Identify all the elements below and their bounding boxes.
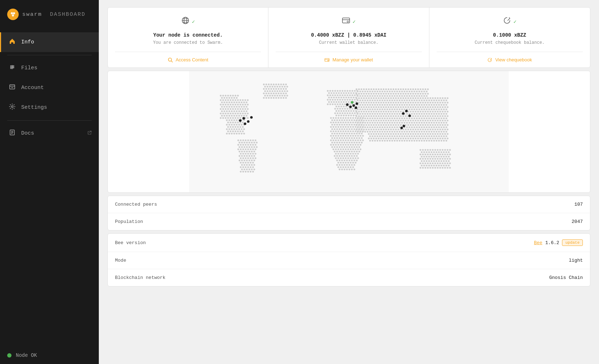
sidebar-item-docs[interactable]: Docs bbox=[0, 123, 99, 143]
svg-point-1391 bbox=[426, 104, 428, 106]
svg-point-1295 bbox=[416, 104, 418, 106]
svg-point-1108 bbox=[397, 115, 399, 117]
svg-point-1473 bbox=[436, 108, 437, 110]
svg-point-1357 bbox=[421, 135, 423, 137]
svg-point-170 bbox=[241, 115, 243, 117]
svg-point-886 bbox=[375, 102, 377, 104]
svg-point-1482 bbox=[437, 129, 439, 130]
svg-point-720 bbox=[356, 88, 358, 90]
bee-version-value: Bee 1.6.2 update bbox=[534, 239, 583, 246]
svg-point-34 bbox=[220, 117, 222, 119]
svg-point-1465 bbox=[433, 135, 435, 137]
sidebar-item-info[interactable]: Info bbox=[0, 32, 99, 52]
svg-point-126 bbox=[233, 128, 235, 130]
svg-point-621 bbox=[350, 162, 351, 164]
svg-point-221 bbox=[242, 148, 244, 150]
svg-point-364 bbox=[340, 106, 342, 107]
svg-point-871 bbox=[372, 122, 373, 124]
svg-point-1448 bbox=[434, 97, 436, 99]
svg-point-1731 bbox=[280, 93, 282, 94]
svg-point-791 bbox=[364, 90, 366, 92]
svg-point-1602 bbox=[429, 154, 431, 155]
svg-point-1262 bbox=[412, 137, 414, 139]
svg-point-662 bbox=[354, 146, 355, 148]
svg-point-31 bbox=[220, 104, 222, 106]
svg-point-428 bbox=[353, 115, 355, 116]
svg-point-570 bbox=[344, 155, 345, 157]
svg-point-1256 bbox=[412, 124, 414, 126]
svg-point-497 bbox=[336, 151, 338, 153]
svg-point-110 bbox=[231, 133, 233, 135]
svg-point-1166 bbox=[402, 137, 404, 139]
svg-point-1631 bbox=[437, 158, 439, 160]
svg-point-1382 bbox=[424, 137, 426, 139]
manage-wallet-button[interactable]: Manage your wallet bbox=[276, 52, 421, 67]
svg-point-1285 bbox=[414, 135, 415, 137]
svg-point-1584 bbox=[424, 154, 426, 155]
svg-point-1184 bbox=[405, 124, 407, 126]
sidebar-item-settings[interactable]: Settings bbox=[0, 98, 99, 117]
svg-point-1069 bbox=[391, 135, 393, 137]
svg-point-583 bbox=[347, 131, 349, 132]
svg-point-1054 bbox=[392, 102, 394, 104]
svg-point-1622 bbox=[434, 158, 436, 160]
svg-point-1759 bbox=[353, 104, 355, 107]
update-badge[interactable]: update bbox=[562, 239, 583, 246]
svg-point-1510 bbox=[442, 102, 443, 104]
svg-point-206 bbox=[240, 144, 241, 146]
svg-point-640 bbox=[351, 151, 353, 153]
svg-point-716 bbox=[362, 135, 364, 137]
access-content-button[interactable]: Access Content bbox=[115, 52, 261, 67]
svg-point-1440 bbox=[432, 124, 434, 126]
svg-point-335 bbox=[337, 94, 338, 96]
svg-point-1735 bbox=[281, 86, 283, 88]
svg-point-1200 bbox=[407, 106, 409, 108]
svg-point-240 bbox=[245, 157, 246, 159]
svg-point-1013 bbox=[386, 117, 388, 119]
svg-point-562 bbox=[344, 137, 345, 139]
svg-point-632 bbox=[351, 133, 353, 135]
bee-version-link[interactable]: Bee bbox=[534, 240, 542, 246]
svg-point-1051 bbox=[391, 95, 393, 97]
svg-point-806 bbox=[365, 124, 367, 126]
svg-point-1107 bbox=[396, 113, 398, 115]
svg-point-491 bbox=[336, 137, 338, 139]
svg-point-1679 bbox=[448, 165, 450, 167]
svg-point-1621 bbox=[433, 156, 435, 158]
svg-point-1682 bbox=[263, 88, 265, 90]
svg-point-1471 bbox=[436, 104, 437, 106]
svg-point-1496 bbox=[439, 115, 441, 117]
svg-point-91 bbox=[230, 131, 231, 132]
svg-point-1746 bbox=[284, 95, 286, 97]
svg-point-1041 bbox=[389, 126, 391, 128]
svg-point-1634 bbox=[436, 165, 437, 167]
sidebar-item-files[interactable]: Files bbox=[0, 58, 99, 78]
svg-point-801 bbox=[364, 113, 366, 115]
svg-point-1463 bbox=[433, 131, 435, 133]
svg-point-347 bbox=[339, 94, 341, 96]
svg-point-299 bbox=[253, 155, 255, 157]
svg-point-1175 bbox=[404, 104, 405, 106]
svg-point-510 bbox=[339, 128, 341, 130]
svg-point-1140 bbox=[400, 133, 402, 135]
svg-point-505 bbox=[340, 117, 342, 119]
svg-point-1289 bbox=[416, 90, 418, 92]
svg-point-1261 bbox=[411, 135, 413, 137]
svg-point-704 bbox=[360, 144, 361, 146]
view-chequebook-button[interactable]: View chequebook bbox=[437, 52, 583, 67]
svg-point-1739 bbox=[281, 95, 283, 97]
svg-point-297 bbox=[253, 151, 255, 153]
svg-point-236 bbox=[245, 148, 246, 150]
svg-point-218 bbox=[241, 142, 243, 144]
svg-point-203 bbox=[238, 148, 239, 150]
svg-point-106 bbox=[231, 124, 233, 126]
svg-point-250 bbox=[246, 146, 248, 148]
svg-point-1172 bbox=[405, 97, 407, 99]
svg-point-642 bbox=[351, 155, 353, 157]
svg-point-768 bbox=[360, 129, 362, 130]
svg-point-1039 bbox=[389, 122, 391, 124]
sidebar-item-account[interactable]: Account bbox=[0, 78, 99, 98]
svg-point-819 bbox=[367, 108, 369, 110]
svg-point-1625 bbox=[433, 165, 435, 167]
svg-point-555 bbox=[345, 122, 347, 123]
